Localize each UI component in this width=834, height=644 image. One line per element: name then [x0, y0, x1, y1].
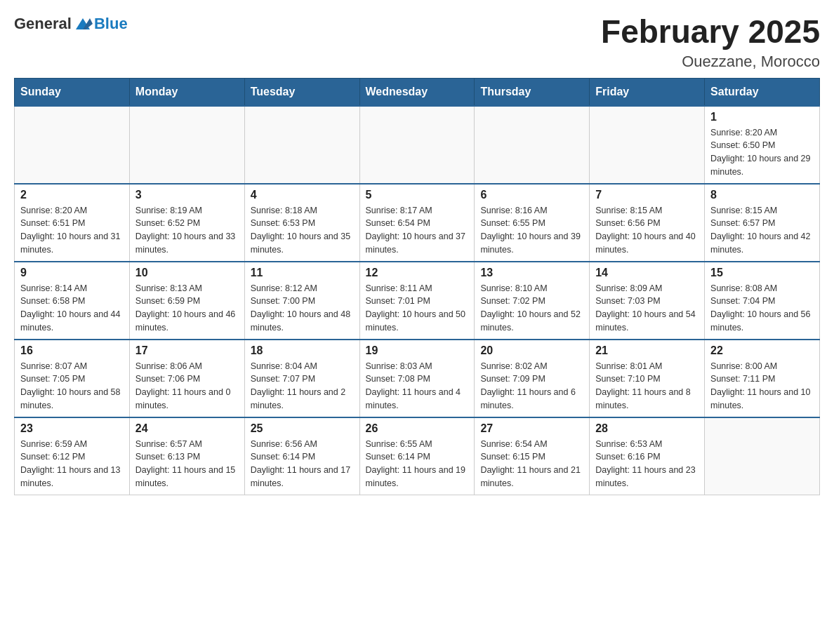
day-info: Sunrise: 6:57 AMSunset: 6:13 PMDaylight:… — [135, 438, 239, 490]
day-number: 8 — [710, 189, 814, 201]
day-info: Sunrise: 8:06 AMSunset: 7:06 PMDaylight:… — [135, 360, 239, 412]
day-number: 6 — [480, 189, 583, 201]
calendar-cell: 12Sunrise: 8:11 AMSunset: 7:01 PMDayligh… — [359, 262, 475, 340]
day-number: 17 — [135, 344, 239, 357]
calendar-title: February 2025 — [601, 14, 820, 50]
day-info: Sunrise: 8:01 AMSunset: 7:10 PMDaylight:… — [595, 360, 699, 412]
calendar-cell: 3Sunrise: 8:19 AMSunset: 6:52 PMDaylight… — [129, 184, 244, 262]
day-info: Sunrise: 8:02 AMSunset: 7:09 PMDaylight:… — [480, 360, 583, 412]
day-number: 16 — [20, 344, 124, 357]
calendar-cell: 11Sunrise: 8:12 AMSunset: 7:00 PMDayligh… — [244, 262, 359, 340]
day-info: Sunrise: 8:20 AMSunset: 6:51 PMDaylight:… — [20, 204, 124, 257]
day-info: Sunrise: 6:56 AMSunset: 6:14 PMDaylight:… — [251, 438, 354, 490]
day-number: 28 — [595, 422, 699, 435]
week-row-1: 1Sunrise: 8:20 AMSunset: 6:50 PMDaylight… — [15, 106, 820, 184]
day-number: 15 — [710, 267, 814, 279]
day-number: 14 — [595, 267, 699, 279]
logo-icon — [73, 14, 93, 34]
day-number: 20 — [480, 344, 583, 357]
day-number: 2 — [20, 189, 124, 201]
calendar-cell — [475, 106, 590, 184]
day-number: 24 — [135, 422, 239, 435]
day-number: 11 — [251, 267, 354, 279]
week-row-3: 9Sunrise: 8:14 AMSunset: 6:58 PMDaylight… — [15, 262, 820, 340]
day-info: Sunrise: 8:15 AMSunset: 6:56 PMDaylight:… — [595, 204, 699, 257]
day-info: Sunrise: 8:03 AMSunset: 7:08 PMDaylight:… — [366, 360, 469, 412]
calendar-cell: 27Sunrise: 6:54 AMSunset: 6:15 PMDayligh… — [475, 417, 590, 495]
day-number: 13 — [480, 267, 583, 279]
day-info: Sunrise: 6:53 AMSunset: 6:16 PMDaylight:… — [595, 438, 699, 490]
calendar-cell: 20Sunrise: 8:02 AMSunset: 7:09 PMDayligh… — [475, 340, 590, 417]
day-number: 18 — [251, 344, 354, 357]
day-info: Sunrise: 8:11 AMSunset: 7:01 PMDaylight:… — [366, 282, 469, 335]
calendar-cell — [359, 106, 475, 184]
column-header-saturday: Saturday — [705, 78, 820, 106]
day-number: 10 — [135, 267, 239, 279]
calendar-cell: 9Sunrise: 8:14 AMSunset: 6:58 PMDaylight… — [15, 262, 130, 340]
day-number: 9 — [20, 267, 124, 279]
calendar-cell: 8Sunrise: 8:15 AMSunset: 6:57 PMDaylight… — [705, 184, 820, 262]
calendar-cell: 10Sunrise: 8:13 AMSunset: 6:59 PMDayligh… — [129, 262, 244, 340]
week-row-2: 2Sunrise: 8:20 AMSunset: 6:51 PMDaylight… — [15, 184, 820, 262]
column-header-thursday: Thursday — [475, 78, 590, 106]
calendar-cell: 21Sunrise: 8:01 AMSunset: 7:10 PMDayligh… — [590, 340, 705, 417]
calendar-cell: 15Sunrise: 8:08 AMSunset: 7:04 PMDayligh… — [705, 262, 820, 340]
calendar-cell: 7Sunrise: 8:15 AMSunset: 6:56 PMDaylight… — [590, 184, 705, 262]
calendar-cell: 25Sunrise: 6:56 AMSunset: 6:14 PMDayligh… — [244, 417, 359, 495]
calendar-cell — [244, 106, 359, 184]
column-header-wednesday: Wednesday — [359, 78, 475, 106]
logo: General Blue — [14, 14, 128, 34]
calendar-cell: 22Sunrise: 8:00 AMSunset: 7:11 PMDayligh… — [705, 340, 820, 417]
day-info: Sunrise: 8:17 AMSunset: 6:54 PMDaylight:… — [366, 204, 469, 257]
title-block: February 2025 Ouezzane, Morocco — [601, 14, 820, 71]
day-info: Sunrise: 8:18 AMSunset: 6:53 PMDaylight:… — [251, 204, 354, 257]
calendar-cell — [15, 106, 130, 184]
calendar-cell: 28Sunrise: 6:53 AMSunset: 6:16 PMDayligh… — [590, 417, 705, 495]
day-number: 25 — [251, 422, 354, 435]
day-info: Sunrise: 6:54 AMSunset: 6:15 PMDaylight:… — [480, 438, 583, 490]
day-info: Sunrise: 8:15 AMSunset: 6:57 PMDaylight:… — [710, 204, 814, 257]
day-info: Sunrise: 8:07 AMSunset: 7:05 PMDaylight:… — [20, 360, 124, 412]
day-number: 27 — [480, 422, 583, 435]
calendar-cell: 1Sunrise: 8:20 AMSunset: 6:50 PMDaylight… — [705, 106, 820, 184]
day-number: 5 — [366, 189, 469, 201]
column-header-monday: Monday — [129, 78, 244, 106]
calendar-cell: 17Sunrise: 8:06 AMSunset: 7:06 PMDayligh… — [129, 340, 244, 417]
calendar-cell: 5Sunrise: 8:17 AMSunset: 6:54 PMDaylight… — [359, 184, 475, 262]
calendar-cell: 19Sunrise: 8:03 AMSunset: 7:08 PMDayligh… — [359, 340, 475, 417]
day-info: Sunrise: 8:16 AMSunset: 6:55 PMDaylight:… — [480, 204, 583, 257]
calendar-table: SundayMondayTuesdayWednesdayThursdayFrid… — [14, 78, 820, 495]
day-number: 1 — [710, 111, 814, 123]
column-header-friday: Friday — [590, 78, 705, 106]
day-number: 22 — [710, 344, 814, 357]
day-info: Sunrise: 8:12 AMSunset: 7:00 PMDaylight:… — [251, 282, 354, 335]
column-header-tuesday: Tuesday — [244, 78, 359, 106]
day-info: Sunrise: 8:00 AMSunset: 7:11 PMDaylight:… — [710, 360, 814, 412]
calendar-cell — [590, 106, 705, 184]
page-header: General Blue February 2025 Ouezzane, Mor… — [14, 14, 820, 71]
calendar-cell: 4Sunrise: 8:18 AMSunset: 6:53 PMDaylight… — [244, 184, 359, 262]
calendar-cell: 16Sunrise: 8:07 AMSunset: 7:05 PMDayligh… — [15, 340, 130, 417]
day-number: 12 — [366, 267, 469, 279]
day-info: Sunrise: 8:04 AMSunset: 7:07 PMDaylight:… — [251, 360, 354, 412]
day-number: 21 — [595, 344, 699, 357]
day-number: 4 — [251, 189, 354, 201]
calendar-cell: 13Sunrise: 8:10 AMSunset: 7:02 PMDayligh… — [475, 262, 590, 340]
calendar-cell: 14Sunrise: 8:09 AMSunset: 7:03 PMDayligh… — [590, 262, 705, 340]
week-row-4: 16Sunrise: 8:07 AMSunset: 7:05 PMDayligh… — [15, 340, 820, 417]
calendar-cell: 18Sunrise: 8:04 AMSunset: 7:07 PMDayligh… — [244, 340, 359, 417]
week-row-5: 23Sunrise: 6:59 AMSunset: 6:12 PMDayligh… — [15, 417, 820, 495]
calendar-cell — [129, 106, 244, 184]
logo-blue-text: Blue — [94, 15, 128, 33]
day-info: Sunrise: 6:59 AMSunset: 6:12 PMDaylight:… — [20, 438, 124, 490]
day-number: 19 — [366, 344, 469, 357]
logo-general-text: General — [14, 15, 72, 33]
day-info: Sunrise: 8:19 AMSunset: 6:52 PMDaylight:… — [135, 204, 239, 257]
calendar-cell: 6Sunrise: 8:16 AMSunset: 6:55 PMDaylight… — [475, 184, 590, 262]
day-info: Sunrise: 6:55 AMSunset: 6:14 PMDaylight:… — [366, 438, 469, 490]
calendar-cell: 2Sunrise: 8:20 AMSunset: 6:51 PMDaylight… — [15, 184, 130, 262]
column-header-sunday: Sunday — [15, 78, 130, 106]
calendar-cell: 23Sunrise: 6:59 AMSunset: 6:12 PMDayligh… — [15, 417, 130, 495]
calendar-cell — [705, 417, 820, 495]
day-info: Sunrise: 8:09 AMSunset: 7:03 PMDaylight:… — [595, 282, 699, 335]
